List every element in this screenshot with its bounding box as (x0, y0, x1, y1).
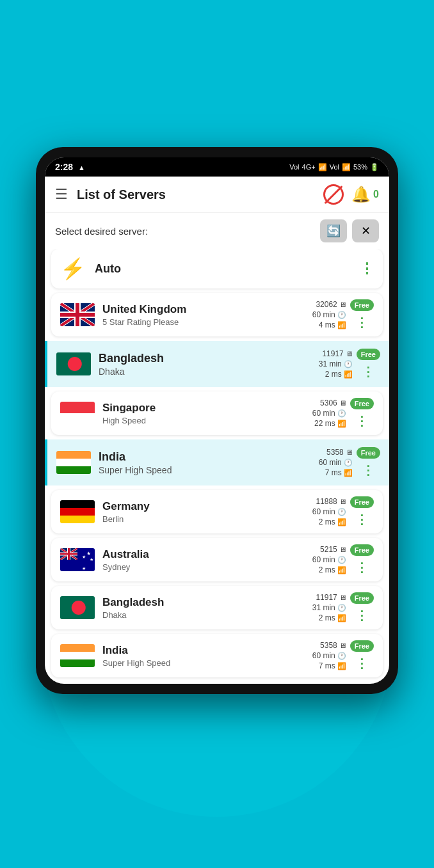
server-name: Australia (102, 548, 312, 561)
free-badge-bd2: Free (350, 592, 374, 604)
toolbar: Select desired server: 🔄 ✕ (45, 213, 389, 249)
header-title: List of Servers (77, 187, 166, 202)
server-name: Germany (102, 500, 312, 513)
server-info-sg: Singapore High Speed (102, 402, 312, 425)
flag-in (56, 451, 91, 474)
more-icon-bd2[interactable]: ⋮ (355, 608, 368, 623)
server-stats-bd2: 11917🖥 31 min🕐 2 ms📶 (312, 593, 346, 622)
no-signal-line (325, 185, 343, 204)
phone-screen: 2:28 ▲ Vol4G+📶Vol📶 53% 🔋 ☰ List of Serve… (45, 157, 389, 684)
free-badge-bd1: Free (357, 349, 380, 360)
refresh-button[interactable]: 🔄 (320, 219, 347, 242)
server-stats-au: 5215🖥 60 min🕐 2 ms📶 (312, 545, 346, 574)
flag-sg (60, 402, 95, 425)
free-badge-de: Free (350, 496, 374, 508)
server-sub: Sydney (102, 562, 312, 572)
server-info-de: Germany Berlin (102, 500, 312, 524)
more-icon-in1[interactable]: ⋮ (362, 462, 374, 478)
server-info-bd1: Bangladesh Dhaka (99, 352, 319, 377)
free-badge-sg: Free (350, 398, 374, 409)
more-icon-in2[interactable]: ⋮ (355, 656, 368, 671)
more-icon-de[interactable]: ⋮ (355, 512, 368, 527)
server-name: Bangladesh (99, 352, 319, 365)
free-badge-au: Free (350, 544, 374, 556)
server-stats-uk: 32062🖥 60 min🕐 4 ms📶 (312, 300, 346, 329)
server-stats-sg: 5306🖥 60 min🕐 22 ms📶 (312, 398, 346, 428)
flag-bd2 (60, 596, 95, 619)
flag-bd (56, 352, 91, 375)
server-sub: 5 Star Rating Please (102, 317, 312, 327)
hamburger-icon[interactable]: ☰ (55, 186, 68, 203)
more-icon-sg[interactable]: ⋮ (355, 413, 368, 429)
server-info-in1: India Super High Speed (99, 450, 319, 475)
bell-icon: 🔔 (351, 185, 371, 203)
flag-in2 (60, 644, 95, 667)
server-info-bd2: Bangladesh Dhaka (102, 596, 312, 620)
server-list: ⚡ Auto ⋮ United Kingdom 5 St (45, 249, 389, 684)
server-item-bd1[interactable]: Bangladesh Dhaka 11917🖥 31 min🕐 2 ms📶 Fr… (45, 341, 389, 387)
warning-icon: ▲ (78, 164, 85, 171)
status-icons: Vol4G+📶Vol📶 53% 🔋 (289, 163, 379, 171)
flag-uk (60, 303, 95, 326)
flag-de (60, 500, 95, 523)
lightning-icon: ⚡ (60, 256, 86, 281)
select-label: Select desired server: (55, 226, 148, 237)
server-sub: Berlin (102, 514, 312, 524)
no-signal-button[interactable] (323, 184, 344, 205)
more-icon-bd1[interactable]: ⋮ (362, 364, 374, 379)
free-badge-in2: Free (350, 640, 374, 652)
server-item-in1[interactable]: India Super High Speed 5358🖥 60 min🕐 7 m… (45, 439, 389, 485)
server-stats-bd1: 11917🖥 31 min🕐 2 ms📶 (319, 349, 353, 379)
server-item-au[interactable]: ★ ★ ★ ★ Australia Sydney 5215🖥 60 min🕐 2… (51, 538, 383, 581)
auto-more-icon[interactable]: ⋮ (360, 260, 374, 277)
server-sub: High Speed (102, 416, 312, 425)
server-item-auto[interactable]: ⚡ Auto ⋮ (51, 249, 383, 288)
server-item-sg[interactable]: Singapore High Speed 5306🖥 60 min🕐 22 ms… (51, 391, 383, 435)
server-sub: Dhaka (102, 610, 312, 620)
free-badge-uk: Free (350, 299, 374, 311)
server-info-au: Australia Sydney (102, 548, 312, 572)
phone-frame: 2:28 ▲ Vol4G+📶Vol📶 53% 🔋 ☰ List of Serve… (36, 147, 398, 694)
server-stats-de: 11888🖥 60 min🕐 2 ms📶 (312, 497, 346, 526)
server-item-in2[interactable]: India Super High Speed 5358🖥 60 min🕐 7 m… (51, 634, 383, 677)
server-stats-in2: 5358🖥 60 min🕐 7 ms📶 (312, 641, 346, 670)
server-name: India (102, 644, 312, 657)
bell-area[interactable]: 🔔 0 (351, 185, 379, 203)
server-info-in2: India Super High Speed (102, 644, 312, 668)
server-info-uk: United Kingdom 5 Star Rating Please (102, 303, 312, 327)
close-button[interactable]: ✕ (352, 219, 379, 242)
server-stats-in1: 5358🖥 60 min🕐 7 ms📶 (319, 448, 353, 477)
more-icon-uk[interactable]: ⋮ (355, 315, 368, 330)
app-header: ☰ List of Servers 🔔 0 (45, 177, 389, 213)
server-sub: Dhaka (99, 367, 319, 377)
auto-label: Auto (95, 262, 360, 276)
server-name: Bangladesh (102, 596, 312, 609)
server-sub: Super High Speed (99, 465, 319, 475)
server-sub: Super High Speed (102, 658, 312, 668)
notification-count: 0 (373, 189, 379, 200)
server-name: Singapore (102, 402, 312, 414)
free-badge-in1: Free (357, 447, 380, 459)
flag-au: ★ ★ ★ ★ (60, 548, 95, 571)
status-bar: 2:28 ▲ Vol4G+📶Vol📶 53% 🔋 (45, 157, 389, 177)
server-name: United Kingdom (102, 303, 312, 316)
server-item-de[interactable]: Germany Berlin 11888🖥 60 min🕐 2 ms📶 Free… (51, 490, 383, 533)
status-time: 2:28 ▲ (55, 162, 85, 172)
server-item-bd2[interactable]: Bangladesh Dhaka 11917🖥 31 min🕐 2 ms📶 Fr… (51, 586, 383, 629)
server-name: India (99, 450, 319, 464)
more-icon-au[interactable]: ⋮ (355, 560, 368, 575)
server-item-uk[interactable]: United Kingdom 5 Star Rating Please 3206… (51, 293, 383, 336)
